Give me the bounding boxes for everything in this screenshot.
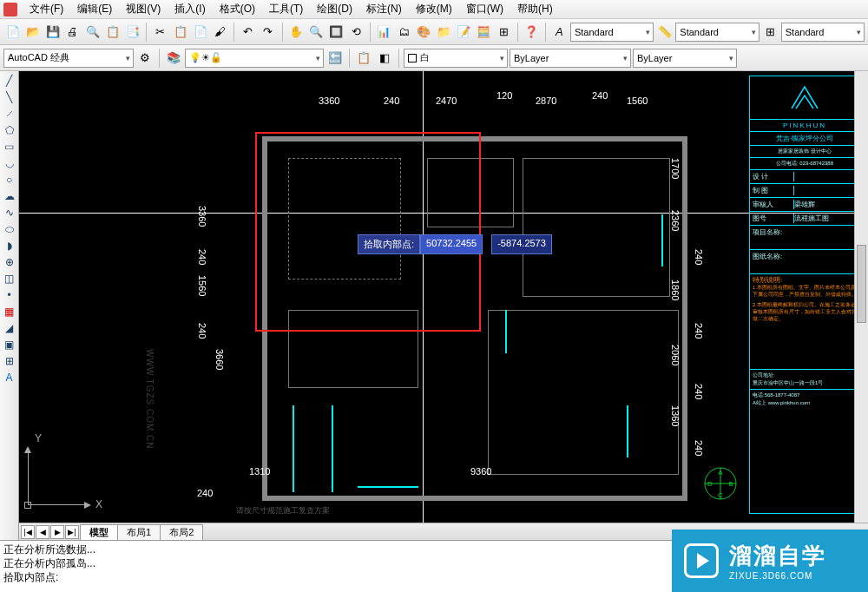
- menu-modify[interactable]: 修改(M): [409, 0, 459, 18]
- block-icon[interactable]: ◫: [2, 271, 17, 286]
- zoom-prev-icon[interactable]: ⟲: [347, 23, 365, 42]
- layer-iso-icon[interactable]: ◧: [375, 49, 394, 68]
- tab-first-icon[interactable]: |◀: [21, 525, 35, 539]
- tab-last-icon[interactable]: ▶|: [65, 525, 79, 539]
- menu-help[interactable]: 帮助(H): [510, 0, 560, 18]
- plot-icon[interactable]: 📑: [123, 23, 141, 42]
- floor-plan: [262, 136, 687, 501]
- properties-icon[interactable]: 📊: [375, 23, 393, 42]
- layer-state-icon[interactable]: 📋: [354, 49, 373, 68]
- cut-icon[interactable]: ✂: [151, 23, 169, 42]
- revcloud-icon[interactable]: ☁: [2, 188, 17, 204]
- menu-draw[interactable]: 绘图(D): [310, 0, 359, 18]
- ucs-indicator: X Y: [19, 427, 123, 514]
- insert-icon[interactable]: ⊕: [2, 254, 17, 270]
- text-style-dropdown[interactable]: Standard: [570, 23, 654, 42]
- spline-icon[interactable]: ∿: [2, 205, 17, 220]
- arc-icon[interactable]: ◡: [2, 155, 17, 171]
- layer-prev-icon[interactable]: 🔙: [326, 49, 345, 68]
- pan-icon[interactable]: ✋: [286, 23, 305, 42]
- design-center-icon[interactable]: 🗂: [395, 23, 413, 42]
- tab-layout2[interactable]: 布局2: [160, 524, 203, 540]
- menu-format[interactable]: 格式(O): [213, 0, 262, 18]
- layer-manager-icon[interactable]: 📚: [164, 49, 183, 68]
- save-icon[interactable]: 💾: [43, 23, 62, 42]
- separator: [370, 23, 371, 42]
- ellipse-arc-icon[interactable]: ◗: [2, 238, 17, 253]
- tab-model[interactable]: 模型: [80, 524, 118, 540]
- preview-icon[interactable]: 🔍: [83, 23, 102, 42]
- vertical-scrollbar[interactable]: [854, 71, 868, 523]
- linetype-dropdown[interactable]: ByLayer: [633, 49, 737, 68]
- dim-style-icon[interactable]: 📏: [655, 23, 674, 42]
- copy-icon[interactable]: 📋: [171, 23, 189, 42]
- polygon-icon[interactable]: ⬠: [2, 122, 17, 138]
- separator: [545, 23, 546, 42]
- workspace-toolbar: AutoCAD 经典 ⚙ 📚 💡 ☀ 🔓 🔙 📋 ◧ 白 ByLayer ByL…: [0, 45, 868, 71]
- line-icon[interactable]: ╱: [2, 73, 17, 89]
- sheet-set-icon[interactable]: 📁: [435, 23, 453, 42]
- gradient-icon[interactable]: ◢: [2, 320, 17, 336]
- undo-icon[interactable]: ↶: [239, 23, 257, 42]
- tab-prev-icon[interactable]: ◀: [36, 525, 49, 539]
- menu-tools[interactable]: 工具(T): [262, 0, 310, 18]
- dim-right-4: 2060: [670, 345, 681, 365]
- region-icon[interactable]: ▣: [2, 337, 17, 352]
- paste-icon[interactable]: 📄: [191, 23, 209, 42]
- menu-dimension[interactable]: 标注(N): [359, 0, 409, 18]
- tool-palette-icon[interactable]: 🎨: [415, 23, 433, 42]
- dim-style-dropdown[interactable]: Standard: [675, 23, 759, 42]
- zoom-window-icon[interactable]: 🔲: [327, 23, 345, 42]
- menu-view[interactable]: 视图(V): [119, 0, 168, 18]
- dim-right-5: 1360: [670, 405, 681, 426]
- main-area: ╱ ╲ ⟋ ⬠ ▭ ◡ ○ ☁ ∿ ⬭ ◗ ⊕ ◫ • ▦ ◢ ▣ ⊞ A: [0, 71, 868, 540]
- dim-bot-3: 240: [197, 488, 213, 498]
- mtext-icon[interactable]: A: [2, 370, 17, 385]
- ellipse-icon[interactable]: ⬭: [2, 221, 17, 237]
- standard-toolbar: 📄 📂 💾 🖨 🔍 📋 📑 ✂ 📋 📄 🖌 ↶ ↷ ✋ 🔍 🔲 ⟲ 📊 🗂 🎨 …: [0, 19, 868, 45]
- separator: [349, 49, 350, 68]
- table-icon[interactable]: ⊞: [2, 353, 17, 369]
- new-icon[interactable]: 📄: [3, 23, 22, 42]
- tab-next-icon[interactable]: ▶: [50, 525, 64, 539]
- table-icon[interactable]: ⊞: [495, 23, 513, 42]
- table-style-dropdown[interactable]: Standard: [781, 23, 865, 42]
- layer-dropdown[interactable]: 💡 ☀ 🔓: [185, 49, 324, 68]
- markup-icon[interactable]: 📝: [455, 23, 473, 42]
- xline-icon[interactable]: ╲: [2, 89, 17, 105]
- tab-layout1[interactable]: 布局1: [117, 524, 161, 540]
- publish-icon[interactable]: 📋: [103, 23, 122, 42]
- drawing-canvas[interactable]: 3360 240 2470 120 2870 240 1560 3360 240…: [19, 71, 868, 540]
- hatch-icon[interactable]: ▦: [2, 304, 17, 319]
- calc-icon[interactable]: 🧮: [475, 23, 493, 42]
- lineweight-dropdown[interactable]: ByLayer: [510, 49, 631, 68]
- redo-icon[interactable]: ↷: [259, 23, 277, 42]
- menu-edit[interactable]: 编辑(E): [70, 0, 119, 18]
- scrollbar-thumb[interactable]: [857, 245, 866, 323]
- tooltip-label: 拾取内部点:: [358, 234, 420, 254]
- help-icon[interactable]: ❓: [523, 23, 541, 42]
- point-icon[interactable]: •: [2, 287, 17, 303]
- match-icon[interactable]: 🖌: [211, 23, 229, 42]
- dim-top-6: 240: [592, 90, 608, 101]
- print-icon[interactable]: 🖨: [63, 23, 82, 42]
- pline-icon[interactable]: ⟋: [2, 106, 17, 122]
- separator: [159, 49, 160, 68]
- watermark: WWW.TGZS.COM.CN: [145, 349, 155, 450]
- color-dropdown[interactable]: 白: [404, 49, 508, 68]
- open-icon[interactable]: 📂: [23, 23, 42, 42]
- circle-icon[interactable]: ○: [2, 172, 17, 187]
- table-style-icon[interactable]: ⊞: [761, 23, 779, 42]
- titleblock-logo: [750, 76, 859, 120]
- dim-right-1: 1700: [670, 158, 681, 179]
- menu-window[interactable]: 窗口(W): [459, 0, 510, 18]
- svg-text:B: B: [728, 480, 733, 488]
- workspace-dropdown[interactable]: AutoCAD 经典: [3, 49, 134, 68]
- menu-file[interactable]: 文件(F): [23, 0, 70, 18]
- title-block: PINKHUN 梵吉·魄家坪分公司 居家家居装饰 设计中心 公司电话: 023-…: [749, 76, 860, 514]
- zoom-realtime-icon[interactable]: 🔍: [307, 23, 326, 42]
- text-style-icon[interactable]: A: [550, 23, 569, 42]
- workspace-settings-icon[interactable]: ⚙: [135, 49, 155, 68]
- menu-insert[interactable]: 插入(I): [168, 0, 212, 18]
- rectangle-icon[interactable]: ▭: [2, 139, 17, 155]
